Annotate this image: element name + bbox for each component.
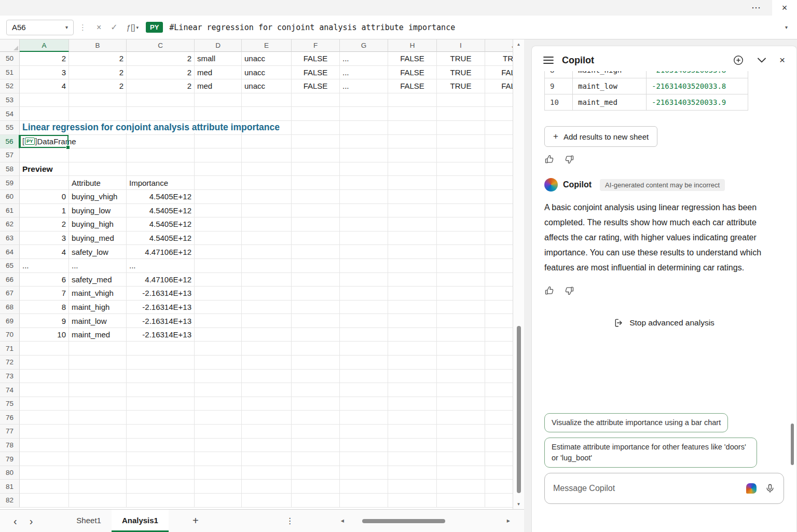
cell-B74[interactable] bbox=[69, 383, 127, 397]
cell-H59[interactable] bbox=[388, 176, 437, 190]
cell-D57[interactable] bbox=[195, 148, 242, 162]
cell-E69[interactable] bbox=[242, 314, 292, 328]
cell-C77[interactable] bbox=[127, 425, 195, 439]
scroll-left-icon[interactable]: ◀ bbox=[337, 519, 348, 523]
cell-D79[interactable] bbox=[195, 452, 242, 466]
row-header-52[interactable]: 52 bbox=[0, 79, 20, 93]
cell-H57[interactable] bbox=[388, 148, 437, 162]
cell-H70[interactable] bbox=[388, 328, 437, 342]
cell-G56[interactable] bbox=[340, 135, 388, 149]
cell-H73[interactable] bbox=[388, 370, 437, 384]
cell-H72[interactable] bbox=[388, 356, 437, 370]
cell-I60[interactable] bbox=[437, 190, 485, 204]
cell-F81[interactable] bbox=[292, 480, 340, 494]
cell-B53[interactable] bbox=[69, 93, 127, 107]
cell-G72[interactable] bbox=[340, 356, 388, 370]
cell-C65[interactable]: ... bbox=[127, 259, 195, 273]
cell-E78[interactable] bbox=[242, 439, 292, 453]
cell-E66[interactable] bbox=[242, 273, 292, 287]
row-header-82[interactable]: 82 bbox=[0, 494, 20, 508]
cell-G55[interactable] bbox=[340, 121, 388, 135]
row-header-57[interactable]: 57 bbox=[0, 148, 20, 162]
row-header-67[interactable]: 67 bbox=[0, 287, 20, 301]
cell-G57[interactable] bbox=[340, 148, 388, 162]
cell-G64[interactable] bbox=[340, 245, 388, 259]
tab-sheet1[interactable]: Sheet1 bbox=[66, 510, 112, 532]
cell-F66[interactable] bbox=[292, 273, 340, 287]
row-header-79[interactable]: 79 bbox=[0, 452, 20, 466]
cell-B64[interactable]: safety_low bbox=[69, 245, 127, 259]
cell-J63[interactable] bbox=[485, 231, 513, 245]
cell-G71[interactable] bbox=[340, 342, 388, 356]
cell-G70[interactable] bbox=[340, 328, 388, 342]
cell-E52[interactable]: unacc bbox=[242, 79, 292, 93]
cell-A68[interactable]: 8 bbox=[20, 301, 69, 315]
column-header-H[interactable]: H bbox=[388, 39, 437, 52]
cell-F71[interactable] bbox=[292, 342, 340, 356]
cell-J50[interactable]: TRUE bbox=[485, 52, 513, 66]
cell-I72[interactable] bbox=[437, 356, 485, 370]
cell-B73[interactable] bbox=[69, 370, 127, 384]
column-header-E[interactable]: E bbox=[242, 39, 292, 52]
cell-I70[interactable] bbox=[437, 328, 485, 342]
cell-J59[interactable] bbox=[485, 176, 513, 190]
cell-D77[interactable] bbox=[195, 425, 242, 439]
cell-G78[interactable] bbox=[340, 439, 388, 453]
cell-C75[interactable] bbox=[127, 397, 195, 411]
cell-D52[interactable]: med bbox=[195, 79, 242, 93]
cell-G60[interactable] bbox=[340, 190, 388, 204]
cell-F52[interactable]: FALSE bbox=[292, 79, 340, 93]
cell-G69[interactable] bbox=[340, 314, 388, 328]
column-header-D[interactable]: D bbox=[195, 39, 242, 52]
cell-G65[interactable] bbox=[340, 259, 388, 273]
cell-C80[interactable] bbox=[127, 466, 195, 480]
cell-C57[interactable] bbox=[127, 148, 195, 162]
cell-A63[interactable]: 3 bbox=[20, 231, 69, 245]
cell-F50[interactable]: FALSE bbox=[292, 52, 340, 66]
tab-analysis1[interactable]: Analysis1 bbox=[112, 510, 169, 532]
cell-I54[interactable] bbox=[437, 107, 485, 121]
cell-F62[interactable] bbox=[292, 217, 340, 231]
cell-H61[interactable] bbox=[388, 204, 437, 218]
cell-H52[interactable]: FALSE bbox=[388, 79, 437, 93]
row-header-81[interactable]: 81 bbox=[0, 480, 20, 494]
cell-C61[interactable]: 4.5405E+12 bbox=[127, 204, 195, 218]
tab-nav-right-icon[interactable]: › bbox=[23, 516, 39, 526]
cell-D74[interactable] bbox=[195, 383, 242, 397]
row-header-78[interactable]: 78 bbox=[0, 439, 20, 453]
cell-I56[interactable] bbox=[437, 135, 485, 149]
cell-B70[interactable]: maint_med bbox=[69, 328, 127, 342]
row-header-58[interactable]: 58 bbox=[0, 162, 20, 176]
horizontal-scrollbar-thumb[interactable] bbox=[362, 519, 445, 523]
function-chevron-icon[interactable]: ▾ bbox=[136, 25, 139, 30]
cell-D67[interactable] bbox=[195, 287, 242, 301]
cell-D80[interactable] bbox=[195, 466, 242, 480]
cell-A65[interactable]: ... bbox=[20, 259, 69, 273]
cell-A78[interactable] bbox=[20, 439, 69, 453]
window-more-icon[interactable]: ⋯ bbox=[740, 2, 772, 13]
cell-C56[interactable] bbox=[127, 135, 195, 149]
cell-D64[interactable] bbox=[195, 245, 242, 259]
cell-I79[interactable] bbox=[437, 452, 485, 466]
cell-B59[interactable]: Attribute bbox=[69, 176, 127, 190]
cell-E81[interactable] bbox=[242, 480, 292, 494]
column-header-J[interactable]: J bbox=[485, 39, 513, 52]
cell-A76[interactable] bbox=[20, 411, 69, 425]
cell-B57[interactable] bbox=[69, 148, 127, 162]
row-header-66[interactable]: 66 bbox=[0, 273, 20, 287]
cell-A59[interactable] bbox=[20, 176, 69, 190]
thumbs-down-icon[interactable] bbox=[564, 154, 574, 165]
cell-C60[interactable]: 4.5405E+12 bbox=[127, 190, 195, 204]
cell-A75[interactable] bbox=[20, 397, 69, 411]
cell-C63[interactable]: 4.5405E+12 bbox=[127, 231, 195, 245]
cell-I77[interactable] bbox=[437, 425, 485, 439]
row-header-72[interactable]: 72 bbox=[0, 356, 20, 370]
cell-A62[interactable]: 2 bbox=[20, 217, 69, 231]
select-all-corner[interactable] bbox=[0, 39, 20, 52]
cell-H64[interactable] bbox=[388, 245, 437, 259]
suggestion-chip-other-features[interactable]: Estimate attribute importance for other … bbox=[544, 438, 757, 468]
column-header-I[interactable]: I bbox=[437, 39, 485, 52]
cell-E60[interactable] bbox=[242, 190, 292, 204]
cell-E75[interactable] bbox=[242, 397, 292, 411]
row-header-51[interactable]: 51 bbox=[0, 66, 20, 80]
